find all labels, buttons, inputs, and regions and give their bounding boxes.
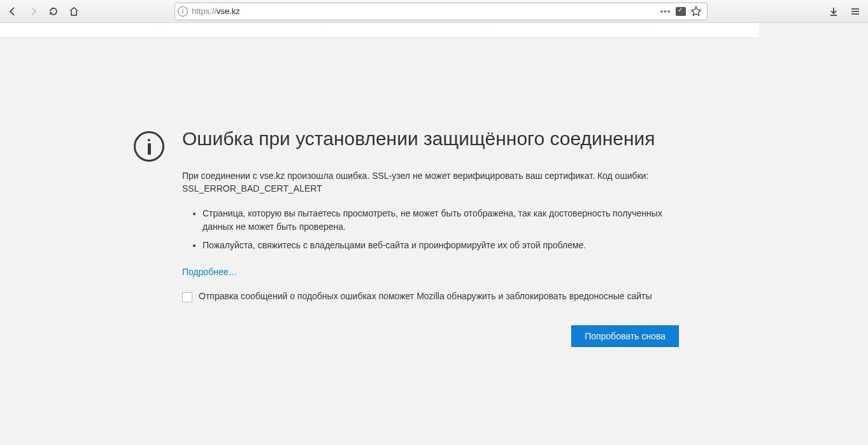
- error-bullet: Страница, которую вы пытаетесь просмотре…: [203, 207, 674, 234]
- address-bar-container: i https://vse.kz •••: [174, 3, 708, 20]
- toolbar-right: [825, 3, 864, 20]
- bookmarks-strip: [0, 23, 759, 38]
- learn-more-link[interactable]: Подробнее…: [182, 267, 238, 277]
- error-bullet: Пожалуйста, свяжитесь с владельцами веб-…: [203, 239, 674, 252]
- bookmark-star-icon[interactable]: [690, 6, 702, 17]
- error-title: Ошибка при установлении защищённого соед…: [182, 127, 688, 150]
- info-icon: [134, 131, 164, 162]
- page-content: Ошибка при установлении защищённого соед…: [0, 38, 868, 347]
- error-container: Ошибка при установлении защищённого соед…: [134, 127, 688, 347]
- more-icon[interactable]: •••: [660, 6, 671, 17]
- address-right-icons: •••: [660, 6, 704, 17]
- home-button[interactable]: [65, 3, 83, 20]
- downloads-button[interactable]: [825, 3, 843, 20]
- error-description: При соединении с vse.kz произошла ошибка…: [182, 169, 666, 195]
- error-bullet-list: Страница, которую вы пытаетесь просмотре…: [203, 207, 674, 252]
- forward-button[interactable]: [24, 3, 42, 20]
- address-bar[interactable]: i https://vse.kz •••: [174, 3, 708, 20]
- report-errors-row: Отправка сообщений о подобных ошибках по…: [182, 291, 666, 302]
- error-body: Ошибка при установлении защищённого соед…: [182, 127, 688, 347]
- site-info-icon[interactable]: i: [178, 6, 188, 17]
- retry-button[interactable]: Попробовать снова: [571, 325, 679, 347]
- menu-button[interactable]: [846, 3, 864, 20]
- report-checkbox[interactable]: [182, 292, 192, 302]
- action-row: Попробовать снова: [182, 325, 679, 347]
- url-scheme: https://vse.kz: [192, 6, 240, 16]
- report-label: Отправка сообщений о подобных ошибках по…: [199, 291, 651, 301]
- pocket-icon[interactable]: [675, 6, 687, 17]
- back-button[interactable]: [4, 3, 22, 20]
- reload-button[interactable]: [45, 3, 62, 20]
- browser-toolbar: i https://vse.kz •••: [0, 0, 868, 23]
